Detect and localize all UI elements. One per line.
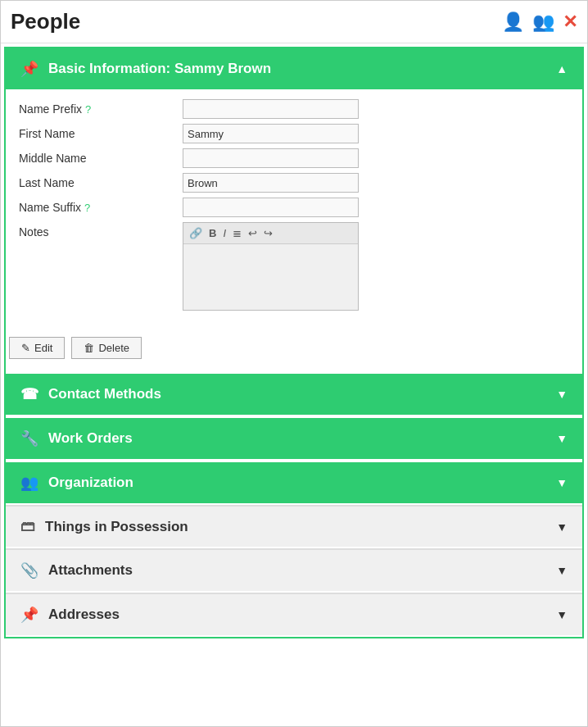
notes-row: Notes 🔗 B I ≣ ↩ ↪ [19,222,569,311]
toolbar-italic-btn[interactable]: I [220,226,228,240]
notes-label: Notes [19,222,183,239]
app-header: People 👤 👥 ✕ [1,1,587,43]
last-name-input[interactable] [183,173,359,193]
close-icon[interactable]: ✕ [563,11,577,33]
first-name-row: First Name [19,124,569,143]
addresses-label: Addresses [48,607,120,623]
card-icon: 🗃 [20,518,35,535]
contact-methods-header-left: ☎ Contact Methods [20,385,161,403]
basic-info-header[interactable]: 📌 Basic Information: Sammy Brown ▲ [6,48,582,89]
organization-label: Organization [48,475,133,491]
basic-info-header-left: 📌 Basic Information: Sammy Brown [20,60,271,78]
name-prefix-input[interactable] [183,99,359,119]
name-suffix-row: Name Suffix ? [19,198,569,217]
toolbar-list-btn[interactable]: ≣ [230,226,244,240]
addresses-pin-icon: 📌 [20,606,38,624]
toolbar-bold-btn[interactable]: B [206,226,219,240]
attachments-chevron: ▼ [556,564,568,577]
paperclip-icon: 📎 [20,561,38,579]
location-pin-icon: 📌 [20,60,38,78]
addresses-section: 📌 Addresses ▼ [6,593,582,637]
contact-methods-section: ☎ Contact Methods ▼ [6,372,582,416]
delete-button[interactable]: 🗑 Delete [71,337,142,359]
person-icon[interactable]: 👤 [502,11,524,33]
work-orders-section: 🔧 Work Orders ▼ [6,416,582,461]
basic-info-title: Basic Information: Sammy Brown [48,61,271,77]
name-prefix-row: Name Prefix ? [19,99,569,119]
addresses-header[interactable]: 📌 Addresses ▼ [6,594,582,635]
wrench-icon: 🔧 [20,429,38,448]
addresses-chevron: ▼ [556,608,568,621]
things-in-possession-label: Things in Possession [45,519,188,535]
organization-section: 👥 Organization ▼ [6,461,582,505]
attachments-label: Attachments [48,562,133,579]
middle-name-row: Middle Name [19,148,569,168]
action-buttons: ✎ Edit 🗑 Delete [6,329,582,370]
notes-editor[interactable]: 🔗 B I ≣ ↩ ↪ [183,222,359,311]
contact-methods-chevron: ▼ [556,388,568,401]
last-name-row: Last Name [19,173,569,193]
things-in-possession-section: 🗃 Things in Possession ▼ [6,505,582,548]
work-orders-chevron: ▼ [556,432,568,445]
attachments-header-left: 📎 Attachments [20,561,133,579]
organization-chevron: ▼ [556,476,568,489]
toolbar-redo-btn[interactable]: ↪ [261,226,275,240]
editor-toolbar: 🔗 B I ≣ ↩ ↪ [183,223,358,244]
work-orders-label: Work Orders [48,430,133,447]
contact-methods-label: Contact Methods [48,386,161,402]
trash-icon: 🗑 [84,342,94,354]
attachments-header[interactable]: 📎 Attachments ▼ [6,550,582,591]
edit-button[interactable]: ✎ Edit [9,337,65,359]
attachments-section: 📎 Attachments ▼ [6,548,582,593]
basic-info-chevron: ▲ [556,62,568,75]
things-in-possession-chevron: ▼ [556,520,568,534]
toolbar-undo-btn[interactable]: ↩ [246,226,260,240]
phone-icon: ☎ [20,385,38,403]
last-name-label: Last Name [19,176,183,189]
edit-icon: ✎ [21,342,30,354]
basic-info-body: Name Prefix ? First Name Middle Name [6,89,582,329]
first-name-input[interactable] [183,124,359,143]
page-title: People [11,9,80,34]
notes-editor-body[interactable] [183,244,358,310]
basic-info-section: 📌 Basic Information: Sammy Brown ▲ Name … [6,48,582,372]
toolbar-link-btn[interactable]: 🔗 [187,226,205,240]
organization-header[interactable]: 👥 Organization ▼ [6,462,582,503]
middle-name-input[interactable] [183,148,359,168]
work-orders-header-left: 🔧 Work Orders [20,429,133,448]
name-suffix-label: Name Suffix ? [19,201,183,214]
name-suffix-help-icon[interactable]: ? [84,202,90,214]
first-name-label: First Name [19,127,183,140]
name-prefix-label: Name Prefix ? [19,102,183,116]
things-in-possession-header[interactable]: 🗃 Things in Possession ▼ [6,507,582,547]
things-in-possession-header-left: 🗃 Things in Possession [20,518,188,535]
work-orders-header[interactable]: 🔧 Work Orders ▼ [6,418,582,459]
addresses-header-left: 📌 Addresses [20,606,120,624]
name-prefix-help-icon[interactable]: ? [85,103,91,116]
header-icons: 👤 👥 ✕ [502,11,577,33]
middle-name-label: Middle Name [19,152,183,165]
organization-header-left: 👥 Organization [20,474,133,492]
org-icon: 👥 [20,474,38,492]
group-icon[interactable]: 👥 [532,11,554,33]
name-suffix-input[interactable] [183,198,359,217]
contact-methods-header[interactable]: ☎ Contact Methods ▼ [6,374,582,415]
